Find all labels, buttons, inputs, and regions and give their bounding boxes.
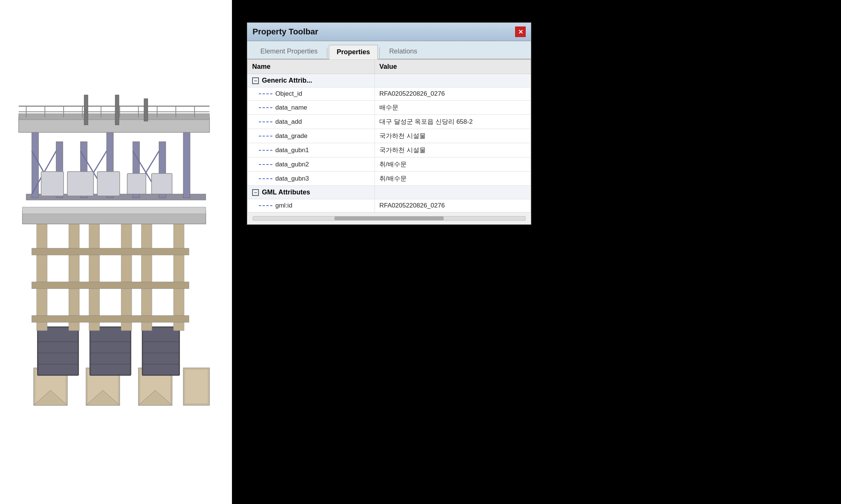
svg-rect-69 [127,173,146,194]
table-row: data_gubn3 취/배수문 [248,172,531,186]
scrollbar-track[interactable] [253,216,526,221]
svg-rect-27 [37,222,47,331]
main-container: Property Toolbar ✕ Element Properties Pr… [0,0,841,504]
tab-relations[interactable]: Relations [381,44,425,59]
panel-title: Property Toolbar [253,27,318,37]
svg-rect-45 [183,129,190,198]
property-name-cell: data_grade [248,129,375,143]
collapse-icon[interactable]: − [252,189,259,196]
svg-rect-8 [185,370,208,403]
panel-tabs: Element Properties Properties Relations [247,41,531,59]
property-name-cell: gml:id [248,199,375,212]
svg-rect-13 [39,328,77,374]
table-row: data_gubn1 국가하천 시설물 [248,143,531,157]
dotted-connector [259,205,272,206]
scrollbar-thumb[interactable] [334,216,443,220]
prop-name: data_name [275,104,307,111]
tab-separator-2 [379,47,380,58]
dotted-connector [259,136,272,136]
svg-rect-70 [152,173,172,194]
svg-rect-28 [69,222,79,331]
prop-name: data_gubn1 [275,147,309,154]
table-row: Object_id RFA0205220826_0276 [248,87,531,101]
prop-value-cell: 국가하천 시설물 [375,129,531,143]
group-value-cell [375,74,531,87]
collapse-icon[interactable]: − [252,77,259,84]
prop-name: data_add [275,118,302,126]
prop-value-cell: RFA0205220826_0276 [375,199,531,212]
svg-rect-73 [144,99,148,121]
table-row: data_gubn2 취/배수문 [248,157,531,172]
dotted-connector [259,150,272,151]
property-name-cell: Object_id [248,87,375,101]
prop-value-cell: 국가하천 시설물 [375,143,531,157]
group-label: Generic Attrib... [262,77,312,84]
svg-rect-32 [174,222,184,331]
svg-rect-29 [89,222,100,331]
tab-separator-1 [327,47,327,58]
svg-rect-66 [41,172,64,196]
table-row: data_add 대구 달성군 옥포읍 신당리 658-2 [248,115,531,129]
svg-rect-68 [97,172,120,196]
svg-rect-33 [32,248,189,255]
property-name-cell: data_gubn3 [248,172,375,186]
scrollbar-area [247,212,531,224]
property-name-cell: data_name [248,101,375,115]
property-panel: Property Toolbar ✕ Element Properties Pr… [247,22,531,225]
svg-rect-37 [22,207,206,214]
prop-name: data_gubn2 [275,161,309,168]
svg-rect-72 [115,95,119,125]
svg-rect-67 [67,172,94,196]
table-row: gml:id RFA0205220826_0276 [248,199,531,212]
table-row: data_name 배수문 [248,101,531,115]
svg-rect-53 [19,114,210,120]
prop-value-cell: RFA0205220826_0276 [375,87,531,101]
property-name-cell: data_gubn1 [248,143,375,157]
model-area [0,0,232,504]
prop-value-cell: 대구 달성군 옥포읍 신당리 658-2 [375,115,531,129]
svg-rect-18 [91,328,130,374]
group-label: GML Attributes [262,188,310,196]
table-row: data_grade 국가하천 시설물 [248,129,531,143]
prop-value-cell: 취/배수문 [375,172,531,186]
model-3d-view [11,84,221,420]
dotted-connector [259,107,272,108]
svg-rect-23 [143,328,178,374]
tab-element-properties[interactable]: Element Properties [253,44,325,59]
svg-rect-34 [32,282,189,289]
prop-name: data_gubn3 [275,175,309,182]
group-row[interactable]: −Generic Attrib... [248,74,531,87]
prop-value-cell: 취/배수문 [375,157,531,172]
tab-properties[interactable]: Properties [329,45,378,59]
prop-value-cell: 배수문 [375,101,531,115]
dotted-connector [259,178,272,179]
svg-rect-71 [84,95,88,125]
close-button[interactable]: ✕ [515,27,526,37]
col-header-value: Value [375,60,531,74]
dotted-connector [259,122,272,122]
property-table: Name Value −Generic Attrib... Object_id … [247,59,531,212]
dotted-connector [259,93,272,94]
svg-rect-30 [121,222,132,331]
group-value-cell [375,186,531,199]
svg-rect-31 [141,222,152,331]
prop-name: Object_id [275,90,302,98]
property-name-cell: data_gubn2 [248,157,375,172]
dotted-connector [259,164,272,165]
col-header-name: Name [248,60,375,74]
panel-titlebar: Property Toolbar ✕ [247,23,531,41]
svg-rect-35 [32,316,189,322]
property-name-cell: data_add [248,115,375,129]
group-row[interactable]: −GML Attributes [248,186,531,199]
prop-name: gml:id [275,202,292,209]
prop-name: data_grade [275,132,308,140]
